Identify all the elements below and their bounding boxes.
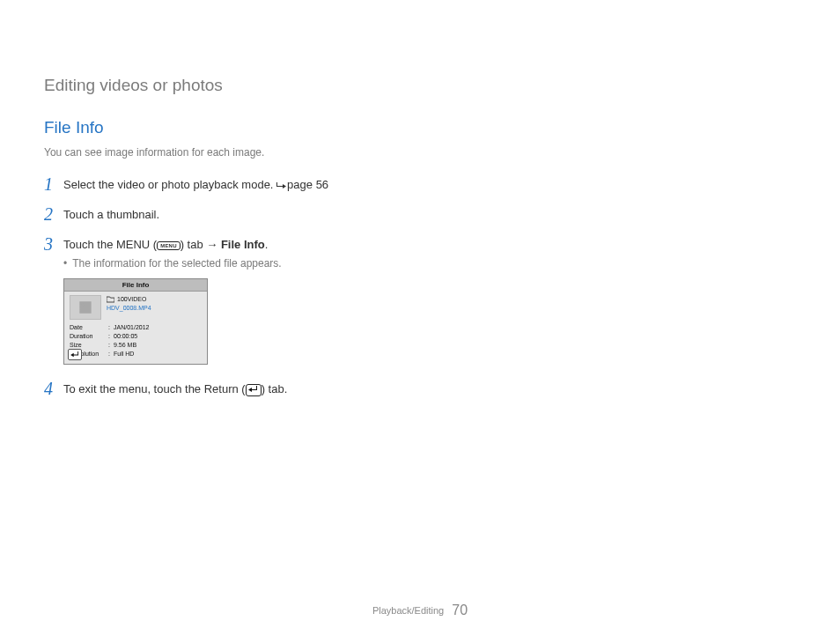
step-body: To exit the menu, touch the Return () ta…: [63, 381, 287, 398]
page-number: 70: [452, 602, 468, 617]
row-label: Duration: [70, 332, 108, 341]
page-ref: page 56: [287, 178, 328, 191]
svg-point-0: [82, 303, 85, 306]
step-body: Touch the MENU (MENU) tab → File Info.: [63, 236, 268, 254]
return-arrow-icon: [70, 351, 80, 358]
table-row: Size:9.56 MB: [70, 341, 202, 350]
step-body: Select the video or photo playback mode.…: [63, 176, 328, 194]
file-info-panel-wrap: File Info 100VIDEO HDV_0008.MP4: [63, 278, 796, 365]
step-3-text-a: Touch the MENU (: [63, 238, 157, 251]
row-label: Date: [70, 323, 108, 332]
table-row: Date:JAN/01/2012: [70, 323, 202, 332]
panel-body: 100VIDEO HDV_0008.MP4 Date:JAN/01/2012 D…: [64, 292, 207, 364]
step-4-text-a: To exit the menu, touch the Return (: [63, 382, 246, 395]
folder-row: 100VIDEO: [107, 295, 151, 304]
panel-title: File Info: [64, 279, 207, 292]
step-3-bold: File Info: [217, 238, 264, 251]
folder-name: 100VIDEO: [117, 295, 146, 304]
row-value: Full HD: [114, 350, 134, 358]
table-row: Resolution:Full HD: [70, 350, 202, 358]
return-icon: [246, 384, 262, 396]
step-3-sub-bullet: •The information for the selected file a…: [63, 257, 796, 270]
step-number: 2: [44, 206, 63, 222]
row-value: 00:00:05: [114, 332, 137, 341]
step-3-text-c: .: [265, 238, 269, 251]
return-button[interactable]: [68, 349, 82, 360]
step-1: 1 Select the video or photo playback mod…: [44, 176, 796, 194]
section-heading: File Info: [44, 118, 796, 137]
page-footer: Playback/Editing 70: [0, 602, 840, 618]
step-number: 3: [44, 236, 63, 252]
page-content: Editing videos or photos File Info You c…: [0, 0, 840, 643]
file-location: 100VIDEO HDV_0008.MP4: [107, 295, 151, 320]
step-3: 3 Touch the MENU (MENU) tab → File Info.: [44, 236, 796, 254]
menu-icon: MENU: [157, 241, 180, 250]
arrow-right-icon: →: [206, 238, 217, 251]
intro-text: You can see image information for each i…: [44, 146, 796, 159]
image-icon: [77, 299, 94, 316]
file-name: HDV_0008.MP4: [107, 304, 151, 313]
step-3-sub-text: The information for the selected file ap…: [72, 257, 281, 270]
row-value: JAN/01/2012: [114, 323, 149, 332]
step-1-text: Select the video or photo playback mode.: [63, 178, 276, 191]
step-2-text: Touch a thumbnail.: [63, 206, 159, 224]
step-number: 1: [44, 176, 63, 192]
panel-top-row: 100VIDEO HDV_0008.MP4: [70, 295, 202, 320]
step-2: 2 Touch a thumbnail.: [44, 206, 796, 224]
step-number: 4: [44, 381, 63, 396]
bullet-icon: •: [63, 257, 67, 270]
step-3-text-b: ) tab: [181, 238, 207, 251]
reference-arrow-icon: [276, 181, 287, 190]
thumbnail-placeholder: [70, 295, 101, 320]
chapter-title: Editing videos or photos: [44, 76, 796, 95]
step-4-text-b: ) tab.: [262, 382, 288, 395]
info-table: Date:JAN/01/2012 Duration:00:00:05 Size:…: [70, 323, 202, 358]
footer-section: Playback/Editing: [372, 605, 444, 616]
row-value: 9.56 MB: [114, 341, 136, 350]
table-row: Duration:00:00:05: [70, 332, 202, 341]
folder-icon: [107, 296, 114, 303]
step-4: 4 To exit the menu, touch the Return () …: [44, 381, 796, 398]
file-info-panel: File Info 100VIDEO HDV_0008.MP4: [63, 278, 208, 365]
